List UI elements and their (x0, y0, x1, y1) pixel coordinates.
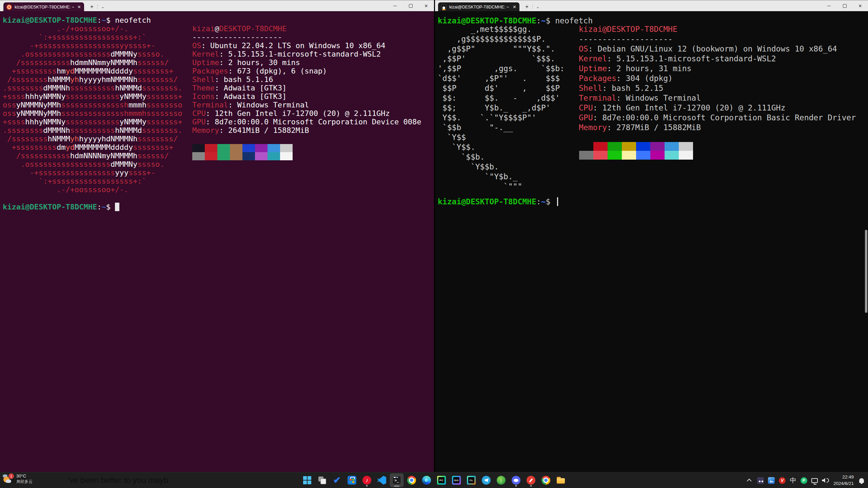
close-button[interactable]: ✕ (852, 0, 868, 12)
task-view-button[interactable] (315, 473, 329, 487)
system-tray: V中P 22:49 2024/6/21 (745, 472, 866, 488)
palette-block (679, 142, 693, 151)
ime-indicator[interactable]: 中 (789, 476, 797, 485)
divider (532, 4, 533, 9)
close-button[interactable]: ✕ (418, 0, 434, 12)
tab-title: kizai@DESKTOP-T8DCMHE: ~ (449, 5, 510, 9)
palette-block (268, 144, 280, 152)
ubuntu-icon (6, 4, 12, 10)
palette-block (192, 152, 205, 160)
neofetch-info: kizai@DESKTOP-T8DCMHE-------------------… (579, 24, 856, 133)
prompt-line-cursor: kizai@DESKTOP-T8DCMHE:~$ (438, 197, 563, 207)
new-tab-button[interactable]: + (522, 2, 531, 11)
palette-block (650, 142, 665, 151)
goland-icon[interactable]: GO (450, 473, 463, 487)
tab-bar: kizai@DESKTOP-T8DCMHE: ~ ✕ + ⌄ ✕ (0, 0, 434, 11)
clion-icon[interactable]: CL (465, 473, 478, 487)
minimize-button[interactable] (821, 0, 837, 12)
maximize-button[interactable] (837, 0, 852, 12)
palette-block (679, 151, 693, 160)
clock-time: 22:49 (842, 474, 854, 480)
palette-block (593, 142, 608, 151)
taskbar-clock[interactable]: 22:49 2024/6/21 (833, 474, 854, 486)
terminal-content-ubuntu[interactable]: kizai@DESKTOP-T8DCMHE:~$ neofetch .-/+oo… (0, 11, 434, 472)
palette-block (622, 142, 636, 151)
tab-bar: kizai@DESKTOP-T8DCMHE: ~ ✕ + ⌄ ✕ (435, 0, 868, 11)
telegram-icon[interactable] (479, 473, 493, 487)
palette-block (268, 152, 280, 160)
ubuntu-ascii-logo: .-/+oossssoo+/-. `:+ssssssssssssssssss+:… (3, 24, 182, 194)
palette-block (665, 142, 679, 151)
tab-close-icon[interactable]: ✕ (77, 5, 81, 9)
terminal-window-debian: kizai@DESKTOP-T8DCMHE: ~ ✕ + ⌄ ✕ kizai@D… (435, 0, 868, 472)
palette-block (665, 151, 679, 160)
palette-block (230, 144, 242, 152)
palette-block (636, 142, 650, 151)
maximize-button[interactable] (403, 0, 418, 12)
palette-block (579, 151, 593, 160)
chevron-down-icon[interactable]: ⌄ (98, 2, 107, 11)
palette-block (217, 144, 230, 152)
palette-block (242, 152, 255, 160)
palette-block (217, 152, 230, 160)
pycharm-icon[interactable]: PC (435, 473, 448, 487)
scrollbar[interactable] (865, 230, 867, 313)
palette-block (230, 152, 242, 160)
v2ray-tray-icon[interactable]: V (778, 476, 787, 485)
clash-tray-icon[interactable] (756, 476, 765, 485)
palette-block (622, 151, 636, 160)
notification-badge: 1 (8, 473, 14, 479)
chrome-icon[interactable] (405, 473, 418, 487)
palette-block (205, 144, 217, 152)
weather-condition: 局部多云 (16, 479, 33, 485)
minimize-button[interactable] (387, 0, 403, 12)
taskbar: Guess 've been better to you mayb 1 30°C… (0, 472, 868, 488)
discord-icon[interactable] (509, 473, 523, 487)
palette-block (255, 152, 268, 160)
ticktick-icon[interactable]: ✔ (330, 473, 344, 487)
edge-icon[interactable] (420, 473, 433, 487)
neofetch-info: kizai@DESKTOP-T8DCMHE-------------------… (192, 24, 421, 135)
palette-block (280, 152, 293, 160)
terminal-content-debian[interactable]: kizai@DESKTOP-T8DCMHE:~$ neofetch _,met$… (435, 11, 868, 472)
palette-block (255, 144, 268, 152)
palette-block (593, 151, 608, 160)
netease-music-icon[interactable]: ♪ (360, 473, 374, 487)
windows-terminal-icon[interactable]: >_ (390, 473, 403, 487)
start-button[interactable] (300, 473, 314, 487)
vscode-icon[interactable] (375, 473, 389, 487)
debian-ascii-logo: _,met$$$$$gg. ,g$$$$$$$$$$$$$$$P. ,g$$P"… (438, 24, 565, 191)
tux-icon (441, 4, 447, 10)
prompt-line-cursor: kizai@DESKTOP-T8DCMHE:~$ (3, 203, 119, 211)
tab-close-icon[interactable]: ✕ (513, 5, 516, 9)
microsoft-store-icon[interactable] (345, 473, 359, 487)
notification-bell-icon[interactable] (857, 476, 866, 485)
palette-block (192, 144, 205, 152)
new-tab-button[interactable]: + (87, 2, 96, 11)
picgo-tray-icon[interactable]: P (800, 476, 808, 485)
file-explorer-icon[interactable] (554, 473, 568, 487)
palette-block (636, 151, 650, 160)
terminal-window-ubuntu: kizai@DESKTOP-T8DCMHE: ~ ✕ + ⌄ ✕ kizai@D… (0, 0, 434, 472)
tab-ubuntu[interactable]: kizai@DESKTOP-T8DCMHE: ~ ✕ (3, 2, 84, 12)
volume-tray-icon[interactable] (821, 476, 830, 485)
media-player-icon[interactable] (524, 473, 538, 487)
moon-cloud-icon: 1 (3, 474, 14, 484)
weather-widget[interactable]: 1 30°C 局部多云 (3, 473, 33, 484)
chrome-beta-icon[interactable] (539, 473, 553, 487)
tab-title: kizai@DESKTOP-T8DCMHE: ~ (15, 5, 75, 9)
palette-block (280, 144, 293, 152)
palette-block (205, 152, 217, 160)
chevron-down-icon[interactable]: ⌄ (533, 2, 542, 11)
clock-date: 2024/6/21 (833, 481, 854, 487)
palette-block (242, 144, 255, 152)
prompt-line: kizai@DESKTOP-T8DCMHE:~$ neofetch (3, 16, 151, 24)
terminal-color-palette (192, 144, 293, 160)
idm-icon[interactable]: ↓ (494, 473, 508, 487)
palette-block (608, 151, 622, 160)
network-tray-icon[interactable] (810, 476, 819, 485)
photos-tray-icon[interactable] (767, 476, 776, 485)
palette-block (579, 142, 593, 151)
tab-debian[interactable]: kizai@DESKTOP-T8DCMHE: ~ ✕ (438, 2, 519, 12)
tray-chevron-up-icon[interactable] (745, 476, 754, 485)
